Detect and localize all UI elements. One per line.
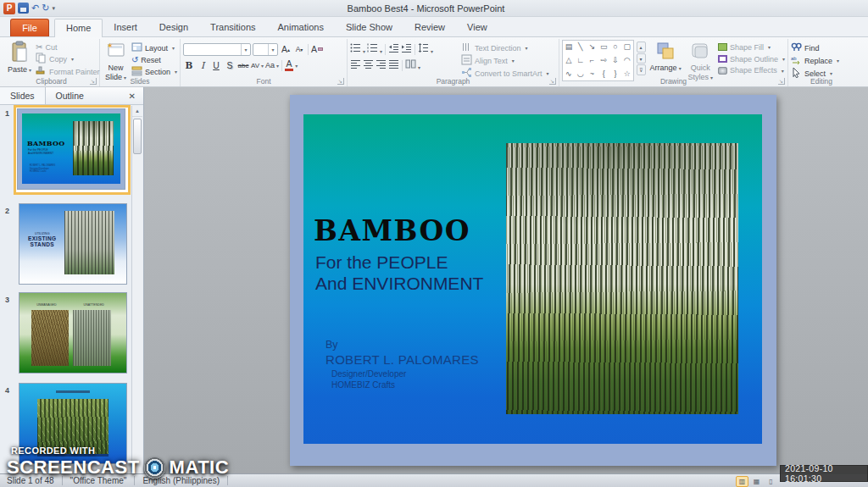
line-spacing-button[interactable] (418, 42, 433, 57)
underline-button[interactable]: U (210, 59, 222, 71)
reading-view-button[interactable]: ▯ (765, 476, 777, 487)
shape-icon[interactable]: ⇨ (600, 57, 607, 64)
shapes-scroll-up-icon[interactable]: ▴ (637, 42, 646, 53)
slide-thumbnail-2[interactable]: UTILIZING EXISTING STANDS (19, 203, 127, 285)
font-name-combobox[interactable]: ▾ (183, 43, 251, 56)
redo-icon[interactable]: ↻ (42, 3, 49, 13)
tab-design[interactable]: Design (148, 19, 199, 36)
layout-button[interactable]: Layout (131, 42, 177, 53)
shape-icon[interactable]: ∟ (576, 57, 584, 64)
shape-icon[interactable]: ⇩ (612, 57, 619, 64)
clear-formatting-button[interactable]: A (311, 43, 323, 55)
undo-icon[interactable]: ↶ (31, 3, 39, 13)
align-right-button[interactable] (376, 58, 387, 73)
decrease-indent-button[interactable] (388, 42, 399, 57)
tab-animations[interactable]: Animations (267, 19, 335, 36)
format-painter-button[interactable]: Format Painter (36, 66, 100, 77)
tab-transitions[interactable]: Transitions (199, 19, 266, 36)
paragraph-dialog-launcher-icon[interactable]: ↘ (549, 78, 556, 85)
slide-title-text[interactable]: BAMBOO (314, 214, 470, 247)
tab-review[interactable]: Review (403, 19, 456, 36)
thumb3-gradient-bg: UNMANAGED UNATTENDED (19, 293, 126, 373)
slide-editing-canvas[interactable]: BAMBOO For the PEOPLE And ENVIRONMENT By… (144, 87, 868, 473)
section-button[interactable]: Section (131, 66, 177, 77)
justify-button[interactable] (388, 58, 399, 73)
shape-icon[interactable]: ◠ (624, 57, 631, 64)
align-center-button[interactable] (363, 58, 374, 73)
increase-indent-button[interactable] (401, 42, 412, 57)
watermark-brand-right: MATIC (170, 457, 230, 479)
font-dialog-launcher-icon[interactable]: ↘ (337, 78, 344, 85)
normal-view-button[interactable]: ▥ (736, 476, 748, 487)
panel-tab-outline[interactable]: Outline (46, 87, 94, 104)
shrink-font-button[interactable]: A▾ (293, 43, 305, 55)
shape-icon[interactable]: ↘ (589, 43, 596, 51)
copy-button[interactable]: Copy (36, 53, 100, 64)
clipboard-dialog-launcher-icon[interactable]: ↘ (90, 78, 97, 85)
reset-label: Reset (141, 56, 161, 64)
align-text-button[interactable]: Align Text (461, 55, 549, 66)
shapes-more-icon[interactable]: ⊽ (637, 64, 646, 75)
grow-font-button[interactable]: A▴ (280, 43, 292, 55)
panel-scrollbar[interactable]: ▲ (131, 106, 142, 473)
align-left-button[interactable] (350, 58, 361, 73)
shapes-scroll-down-icon[interactable]: ▾ (637, 53, 646, 64)
scrollbar-thumb[interactable] (133, 119, 142, 154)
italic-button[interactable]: I (197, 59, 209, 71)
bold-button[interactable]: B (183, 59, 195, 71)
tab-slide-show[interactable]: Slide Show (335, 19, 403, 36)
save-icon[interactable] (18, 3, 29, 14)
slide-gradient-panel[interactable]: BAMBOO For the PEOPLE And ENVIRONMENT By… (303, 114, 762, 444)
paste-button[interactable]: Paste (6, 40, 33, 75)
thumb1-bamboo-photo (73, 121, 114, 175)
slide-bamboo-photo[interactable] (506, 143, 738, 414)
shape-icon[interactable]: ▤ (565, 43, 573, 51)
slide-sorter-view-button[interactable]: ▦ (750, 476, 763, 487)
scrollbar-up-icon[interactable]: ▲ (132, 106, 142, 117)
bullets-button[interactable] (350, 42, 365, 57)
shape-fill-button[interactable]: Shape Fill (718, 42, 785, 53)
shape-outline-button[interactable]: Shape Outline (718, 54, 785, 64)
numbering-button[interactable] (367, 42, 382, 57)
text-direction-button[interactable]: Text Direction (461, 42, 549, 53)
shape-icon[interactable]: ▢ (623, 43, 631, 51)
replace-button[interactable]: ab Replace (791, 55, 839, 66)
columns-button[interactable] (405, 58, 420, 73)
reset-button[interactable]: ↺ Reset (131, 55, 177, 64)
tab-file[interactable]: File (10, 19, 49, 36)
panel-tab-slides[interactable]: Slides (0, 87, 46, 104)
font-size-combobox[interactable]: ▾ (253, 43, 278, 56)
tab-insert[interactable]: Insert (103, 19, 148, 36)
shape-icon[interactable]: ▭ (600, 43, 608, 51)
thumb2-title: UTILIZING EXISTING STANDS (28, 232, 57, 247)
thumb1-title: BAMBOO (27, 139, 64, 147)
change-case-button[interactable]: Aa (265, 59, 279, 71)
cut-button[interactable]: ✂ Cut (36, 42, 100, 52)
drawing-dialog-launcher-icon[interactable]: ↘ (778, 78, 785, 85)
current-slide[interactable]: BAMBOO For the PEOPLE And ENVIRONMENT By… (290, 95, 776, 466)
tab-view[interactable]: View (456, 19, 498, 36)
powerpoint-app-icon[interactable]: P (3, 3, 15, 14)
find-button[interactable]: Find (791, 42, 839, 53)
shape-icon[interactable]: ○ (613, 43, 617, 51)
character-spacing-button[interactable]: AV (251, 59, 264, 71)
font-color-button[interactable]: A (285, 59, 298, 71)
strikethrough-button[interactable]: abc (237, 59, 249, 71)
shape-icon[interactable]: ⌐ (590, 57, 594, 64)
slide-byline-text[interactable]: By ROBERT L. PALOMARES Designer/Develope… (326, 338, 479, 390)
slide-subtitle-text[interactable]: For the PEOPLE And ENVIRONMENT (315, 252, 483, 294)
arrange-button[interactable]: Arrange (648, 40, 683, 75)
quick-styles-button[interactable]: Quick Styles (686, 40, 715, 75)
new-slide-button[interactable]: ✶ New Slide (103, 40, 129, 75)
shape-icon[interactable]: △ (565, 57, 571, 64)
slide-thumbnail-1-selected[interactable]: BAMBOO For the PEOPLE And ENVIRONMENT RO… (14, 105, 131, 195)
new-slide-icon: ✶ (105, 41, 125, 63)
shape-effects-icon (718, 67, 727, 75)
shape-effects-button[interactable]: Shape Effects (718, 65, 785, 75)
tab-home[interactable]: Home (54, 19, 103, 37)
shape-icon[interactable]: ╲ (578, 43, 582, 51)
panel-close-icon[interactable]: ✕ (121, 87, 143, 104)
character-spacing-label: AV (251, 62, 259, 69)
text-shadow-button[interactable]: S (224, 59, 236, 71)
slide-thumbnail-3[interactable]: UNMANAGED UNATTENDED (19, 292, 127, 374)
